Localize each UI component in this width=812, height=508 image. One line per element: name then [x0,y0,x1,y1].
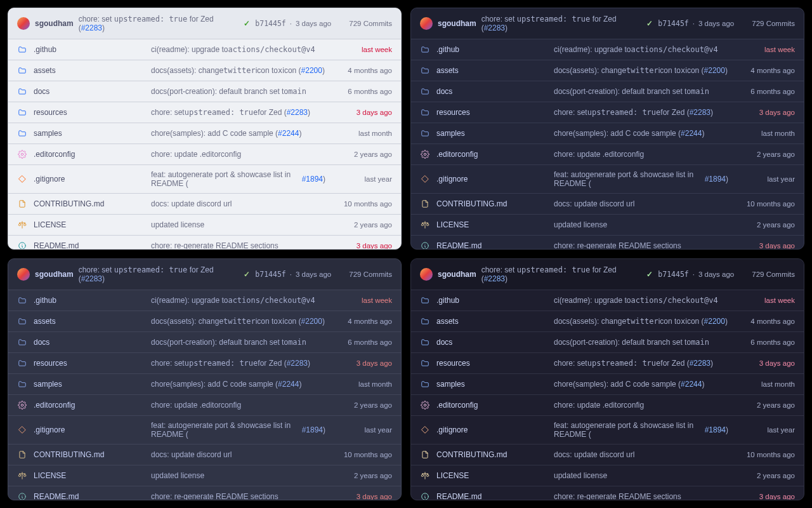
file-row[interactable]: samples chore(samples): add C code sampl… [8,123,401,144]
commit-hash[interactable]: b71445f [658,19,688,28]
file-row[interactable]: README.md chore: re-generate README sect… [411,236,804,250]
file-row[interactable]: .editorconfig chore: update .editorconfi… [411,395,804,416]
file-name[interactable]: samples [34,380,145,389]
commit-message[interactable]: updated license [554,471,728,480]
author-name[interactable]: sgoudham [35,19,74,28]
commits-count[interactable]: 729 Commits [739,19,795,28]
commit-message[interactable]: chore: re-generate README sections [554,241,728,250]
commit-message[interactable]: docs(port-creation): default branch set … [554,338,728,347]
file-row[interactable]: LICENSE updated license 2 years ago [8,465,401,486]
file-row[interactable]: resources chore: set upstreamed: true fo… [411,353,804,374]
file-name[interactable]: resources [436,108,547,117]
commit-message[interactable]: chore: set upstreamed: true for Zed (#22… [481,265,642,283]
file-row[interactable]: samples chore(samples): add C code sampl… [8,374,401,395]
commit-message[interactable]: docs(port-creation): default branch set … [151,87,325,96]
file-row[interactable]: CONTRIBUTING.md docs: update discord url… [8,194,401,215]
commit-message[interactable]: docs: update discord url [554,199,728,208]
file-row[interactable]: .editorconfig chore: update .editorconfi… [8,144,401,165]
commit-message[interactable]: docs(assets): change twitter icon to x i… [554,317,728,326]
file-name[interactable]: LICENSE [34,220,145,229]
file-row[interactable]: CONTRIBUTING.md docs: update discord url… [8,444,401,465]
commit-message[interactable]: docs(assets): change twitter icon to x i… [554,66,728,75]
commit-message[interactable]: chore: set upstreamed: true for Zed (#22… [554,108,728,117]
file-row[interactable]: CONTRIBUTING.md docs: update discord url… [411,444,804,465]
file-name[interactable]: docs [436,338,547,347]
commit-hash[interactable]: b71445f [658,270,688,279]
commit-message[interactable]: chore: re-generate README sections [151,492,325,500]
file-row[interactable]: .github ci(readme): upgrade to actions/c… [8,290,401,311]
file-name[interactable]: samples [436,129,547,138]
commits-count[interactable]: 729 Commits [336,270,392,279]
file-name[interactable]: assets [436,317,547,326]
file-name[interactable]: resources [436,359,547,368]
file-row[interactable]: docs docs(port-creation): default branch… [411,332,804,353]
issue-link[interactable]: #2283 [484,274,505,283]
file-row[interactable]: docs docs(port-creation): default branch… [411,81,804,102]
file-name[interactable]: LICENSE [436,220,547,229]
commit-message[interactable]: chore: set upstreamed: true for Zed (#22… [151,359,325,368]
commit-message[interactable]: feat: autogenerate port & showcase list … [554,421,728,439]
file-name[interactable]: .github [34,296,145,305]
commit-message[interactable]: chore: update .editorconfig [151,401,325,410]
file-row[interactable]: .gitignore feat: autogenerate port & sho… [411,416,804,444]
commit-message[interactable]: docs: update discord url [151,450,325,459]
file-row[interactable]: docs docs(port-creation): default branch… [8,81,401,102]
avatar[interactable] [420,268,433,281]
file-name[interactable]: CONTRIBUTING.md [34,199,145,208]
file-row[interactable]: .editorconfig chore: update .editorconfi… [411,144,804,165]
file-row[interactable]: docs docs(port-creation): default branch… [8,332,401,353]
file-row[interactable]: resources chore: set upstreamed: true fo… [8,353,401,374]
file-name[interactable]: .editorconfig [34,150,145,159]
file-name[interactable]: .gitignore [34,175,145,184]
file-name[interactable]: .editorconfig [436,150,547,159]
file-name[interactable]: CONTRIBUTING.md [34,450,145,459]
commit-message[interactable]: updated license [554,220,728,229]
commit-message[interactable]: chore: set upstreamed: true for Zed (#22… [79,15,239,32]
file-name[interactable]: resources [34,108,145,117]
file-name[interactable]: CONTRIBUTING.md [436,450,547,459]
file-row[interactable]: .gitignore feat: autogenerate port & sho… [8,165,401,194]
file-name[interactable]: LICENSE [34,471,145,480]
commit-message[interactable]: chore: set upstreamed: true for Zed (#22… [79,265,239,283]
file-row[interactable]: .github ci(readme): upgrade to actions/c… [411,39,804,60]
file-name[interactable]: assets [34,317,145,326]
author-name[interactable]: sgoudham [438,19,476,28]
file-row[interactable]: .editorconfig chore: update .editorconfi… [8,395,401,416]
commit-message[interactable]: ci(readme): upgrade to actions/checkout@… [554,296,728,305]
file-name[interactable]: .gitignore [436,175,547,184]
issue-link[interactable]: #2283 [484,23,505,32]
file-row[interactable]: LICENSE updated license 2 years ago [8,215,401,236]
file-name[interactable]: .editorconfig [436,401,547,410]
commit-message[interactable]: feat: autogenerate port & showcase list … [151,421,325,439]
file-name[interactable]: assets [34,66,145,75]
commit-message[interactable]: chore(samples): add C code sample (#2244… [554,129,728,138]
file-row[interactable]: .github ci(readme): upgrade to actions/c… [411,290,804,311]
commit-message[interactable]: chore(samples): add C code sample (#2244… [151,129,325,138]
commit-message[interactable]: docs: update discord url [151,199,325,208]
issue-link[interactable]: #2283 [81,274,102,283]
file-row[interactable]: CONTRIBUTING.md docs: update discord url… [411,194,804,215]
file-name[interactable]: CONTRIBUTING.md [436,199,547,208]
commit-message[interactable]: chore: re-generate README sections [554,492,728,500]
file-row[interactable]: assets docs(assets): change twitter icon… [411,311,804,332]
commit-message[interactable]: ci(readme): upgrade to actions/checkout@… [554,45,728,54]
file-row[interactable]: samples chore(samples): add C code sampl… [411,123,804,144]
commit-message[interactable]: chore: set upstreamed: true for Zed (#22… [554,359,728,368]
file-row[interactable]: assets docs(assets): change twitter icon… [411,60,804,81]
file-name[interactable]: .gitignore [34,425,145,434]
file-name[interactable]: assets [436,66,547,75]
commits-count[interactable]: 729 Commits [336,19,392,28]
commit-message[interactable]: docs(port-creation): default branch set … [554,87,728,96]
file-row[interactable]: LICENSE updated license 2 years ago [411,465,804,486]
file-row[interactable]: samples chore(samples): add C code sampl… [411,374,804,395]
file-row[interactable]: .gitignore feat: autogenerate port & sho… [8,416,401,444]
commit-message[interactable]: docs(port-creation): default branch set … [151,338,325,347]
file-name[interactable]: .editorconfig [34,401,145,410]
commits-count[interactable]: 729 Commits [739,270,795,279]
commit-hash[interactable]: b71445f [255,270,285,279]
file-row[interactable]: LICENSE updated license 2 years ago [411,215,804,236]
file-name[interactable]: docs [436,87,547,96]
commit-message[interactable]: ci(readme): upgrade to actions/checkout@… [151,296,325,305]
commit-message[interactable]: feat: autogenerate port & showcase list … [151,170,325,188]
file-name[interactable]: docs [34,87,145,96]
